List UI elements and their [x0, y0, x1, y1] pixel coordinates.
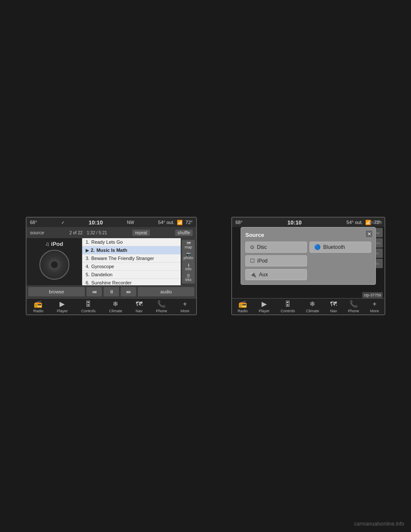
right-nav-radio-label: Radio	[238, 309, 248, 313]
trks-button[interactable]: ☰ trks	[182, 273, 195, 284]
track-title: Dandelion	[91, 272, 113, 277]
play-pause-button[interactable]: ⏸	[104, 287, 119, 296]
right-nav-phone[interactable]: 📞 Phone	[345, 298, 362, 315]
nav-player[interactable]: ▶ Player	[54, 298, 71, 315]
side-buttons: 🗺 map 📷 photo ℹ info ☰ trks	[181, 238, 196, 285]
right-climate-icon: ❄	[310, 300, 315, 308]
nav-phone[interactable]: 📞 Phone	[153, 298, 170, 315]
nav-icon: 🗺	[136, 300, 143, 308]
photo-button[interactable]: 📷 photo	[182, 251, 195, 262]
right-nav-player[interactable]: ▶ Player	[256, 298, 272, 315]
track-item-active[interactable]: ▶ 2. Music Is Math	[82, 246, 181, 254]
right-nav-controls-label: Controls	[280, 309, 295, 313]
source-bluetooth-button[interactable]: 🔵 Bluetooth	[310, 242, 371, 253]
right-controls-icon: 🎛	[284, 300, 291, 308]
bg-shuffle-label: shuffle	[369, 220, 382, 225]
info-button[interactable]: ℹ info	[182, 262, 195, 273]
left-status-bar: 68° ✓ 10:10 NW 54° out. 📶 72°	[27, 218, 196, 227]
nav-climate[interactable]: ❄ Climate	[107, 298, 125, 315]
browse-button[interactable]: browse	[28, 287, 85, 296]
left-source-bar: source 2 of 22 1:32 / 5:21 repeat shuffl…	[27, 227, 196, 238]
right-phone-icon: 📞	[349, 300, 358, 308]
album-art	[39, 250, 69, 280]
left-temp-left: 68°	[30, 220, 37, 225]
right-nav-nav[interactable]: 🗺 Nav	[328, 299, 340, 315]
shuffle-button[interactable]: shuffle	[175, 230, 193, 236]
nav-nav-label: Nav	[136, 309, 143, 313]
track-title: Ready Lets Go	[91, 239, 122, 245]
nav-controls-label: Controls	[81, 309, 96, 313]
nav-phone-label: Phone	[156, 309, 167, 313]
source-dialog-title: Source	[245, 232, 371, 238]
map-button[interactable]: 🗺 map	[182, 240, 195, 251]
track-info: 2 of 22 1:32 / 5:21	[69, 230, 107, 235]
right-bottom-nav: 📻 Radio ▶ Player 🎛 Controls ❄ Climate 🗺 …	[232, 298, 384, 314]
more-icon: +	[183, 300, 187, 308]
track-item[interactable]: 5. Dandelion	[82, 271, 181, 279]
left-panel: ♫ iPod	[27, 238, 82, 285]
track-title: Beware The Friendly Stranger	[91, 256, 154, 261]
screen-left: 68° ✓ 10:10 NW 54° out. 📶 72° source 2 o…	[26, 217, 197, 315]
left-bottom-nav: 📻 Radio ▶ Player 🎛 Controls ❄ Climate 🗺 …	[27, 298, 196, 314]
right-nav-controls[interactable]: 🎛 Controls	[278, 299, 298, 315]
nav-more-label: More	[181, 309, 190, 313]
nav-more[interactable]: + More	[178, 299, 192, 315]
main-content: ♫ iPod 1. Ready Lets Go ▶ 2. Music Is Ma…	[27, 238, 196, 285]
right-status-bar: 68° 10:10 54° out. 📶 72°	[232, 218, 384, 227]
left-compass: ✓	[61, 220, 65, 225]
nav-radio-label: Radio	[33, 309, 44, 313]
disc-label: Disc	[257, 244, 267, 250]
track-item[interactable]: 4. Gyroscope	[82, 263, 181, 271]
prev-icon: ⏮	[92, 289, 97, 294]
right-temp-out: 54° out.	[346, 220, 363, 225]
track-title: Music Is Math	[96, 248, 127, 253]
track-title: Gyroscope	[91, 264, 114, 269]
screen-right: 68° 10:10 54° out. 📶 72° shuffle map pho…	[231, 217, 385, 315]
climate-icon: ❄	[113, 300, 118, 308]
right-player-icon: ▶	[262, 300, 267, 308]
right-temp-left: 68°	[235, 220, 243, 225]
track-number: 5.	[86, 272, 89, 277]
right-nav-more-label: More	[370, 309, 379, 313]
left-signal: 📶	[177, 220, 183, 225]
ipod-icon: ♫	[45, 241, 50, 247]
nav-radio[interactable]: 📻 Radio	[31, 298, 46, 315]
nav-controls[interactable]: 🎛 Controls	[79, 299, 98, 315]
track-item[interactable]: 6. Sunshine Recorder	[82, 279, 181, 285]
bluetooth-label: Bluetooth	[323, 244, 345, 250]
left-time: 10:10	[89, 219, 103, 226]
ipod-label: ♫ iPod	[45, 241, 63, 247]
right-nav-radio[interactable]: 📻 Radio	[235, 298, 250, 315]
track-item[interactable]: 1. Ready Lets Go	[82, 238, 181, 246]
source-aux-button[interactable]: 🔌 Aux	[245, 269, 307, 280]
track-number: 6.	[86, 280, 89, 285]
left-status-right: 54° out. 📶 72°	[158, 220, 193, 225]
right-nav-climate[interactable]: ❄ Climate	[304, 298, 322, 315]
right-nav-more[interactable]: + More	[368, 299, 382, 315]
next-button[interactable]: ⏭	[121, 287, 136, 296]
right-nav-phone-label: Phone	[348, 309, 359, 313]
source-disc-button[interactable]: ⊙ Disc	[245, 242, 307, 253]
source-close-button[interactable]: ✕	[365, 230, 373, 238]
time-display: 1:32 / 5:21	[87, 230, 107, 235]
right-time: 10:10	[287, 219, 301, 226]
bluetooth-icon: 🔵	[314, 244, 321, 250]
audio-button[interactable]: audio	[138, 287, 194, 296]
track-title: Sunshine Recorder	[91, 280, 131, 285]
repeat-button[interactable]: repeat	[132, 230, 149, 236]
track-number: 1.	[86, 239, 89, 245]
nav-nav[interactable]: 🗺 Nav	[133, 299, 145, 315]
disc-icon: ⊙	[250, 244, 254, 250]
right-nav-icon: 🗺	[330, 300, 337, 308]
aux-label: Aux	[259, 272, 268, 278]
page-watermark: carmanualsonline.info	[354, 521, 404, 527]
nav-climate-label: Climate	[109, 309, 122, 313]
track-number: 4.	[86, 264, 89, 269]
source-ipod-button[interactable]: ☐ iPod	[245, 255, 307, 266]
left-temp-out: 54° out.	[158, 220, 174, 225]
track-item[interactable]: 3. Beware The Friendly Stranger	[82, 254, 181, 263]
next-icon: ⏭	[126, 289, 131, 294]
prev-button[interactable]: ⏮	[86, 287, 102, 296]
right-nav-climate-label: Climate	[306, 309, 319, 313]
tracklist: 1. Ready Lets Go ▶ 2. Music Is Math 3. B…	[82, 238, 181, 285]
